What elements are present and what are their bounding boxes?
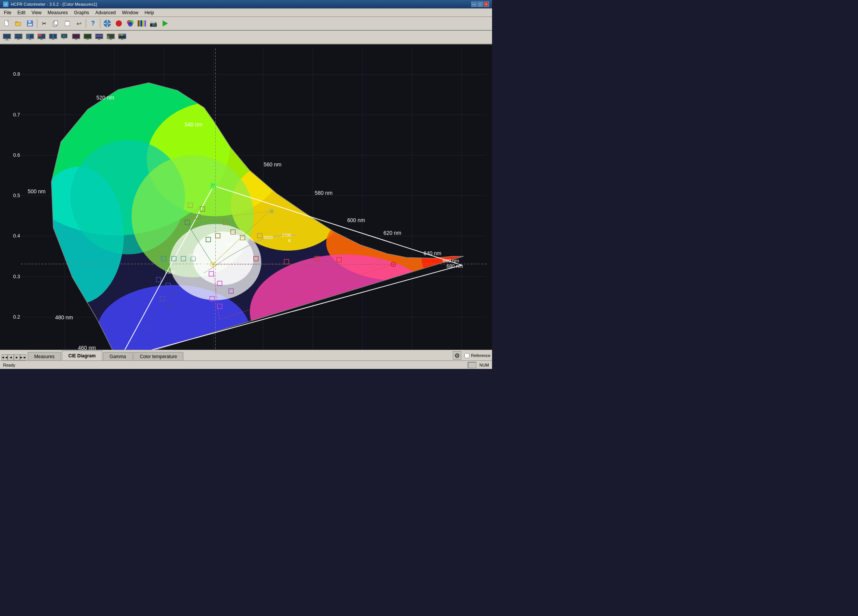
btn-open[interactable] <box>13 18 24 29</box>
tab-nav-last[interactable]: ►► <box>20 354 26 360</box>
close-btn[interactable]: × <box>484 2 489 7</box>
tab-nav-prev[interactable]: ◄ <box>8 354 14 360</box>
svg-text:660 nm: 660 nm <box>442 258 459 264</box>
btn-measure-config[interactable] <box>102 18 113 29</box>
svg-text:600 nm: 600 nm <box>347 217 365 223</box>
btn-new[interactable] <box>2 18 12 29</box>
svg-rect-69 <box>121 34 123 36</box>
svg-rect-29 <box>6 39 8 40</box>
btn-display-6[interactable] <box>71 32 81 43</box>
btn-display-8[interactable] <box>94 32 105 43</box>
tab-gamma[interactable]: Gamma <box>103 352 133 360</box>
btn-play[interactable] <box>160 18 170 29</box>
btn-display-2[interactable] <box>13 32 24 43</box>
btn-display-1[interactable] <box>2 32 12 43</box>
btn-color-bars[interactable] <box>136 18 147 29</box>
tab-bar: ◄◄ ◄ ► ►► Measures CIE Diagram Gamma Col… <box>0 350 492 360</box>
btn-help[interactable]: ? <box>88 18 98 29</box>
menu-help[interactable]: Help <box>141 8 157 17</box>
svg-text:0.8: 0.8 <box>13 71 20 77</box>
btn-display-5[interactable] <box>48 32 58 43</box>
menu-graphs[interactable]: Graphs <box>71 8 92 17</box>
svg-point-16 <box>116 20 122 27</box>
btn-multi-measure[interactable] <box>125 18 136 29</box>
svg-rect-4 <box>28 21 31 23</box>
svg-rect-41 <box>38 34 42 37</box>
reference-checkbox[interactable] <box>464 353 469 358</box>
btn-cut[interactable]: ✂ <box>39 18 50 29</box>
svg-text:5500: 5500 <box>189 253 198 258</box>
menu-window[interactable]: Window <box>119 8 141 17</box>
svg-rect-56 <box>86 39 89 40</box>
svg-rect-23 <box>142 20 144 27</box>
status-bar: Ready NUM <box>0 360 492 369</box>
btn-display-4[interactable] <box>36 32 47 43</box>
btn-copy[interactable] <box>50 18 61 29</box>
svg-rect-30 <box>5 40 9 41</box>
svg-rect-34 <box>17 39 20 40</box>
svg-rect-28 <box>3 34 10 38</box>
menu-edit[interactable]: Edit <box>14 8 28 17</box>
btn-display-9[interactable] <box>105 32 116 43</box>
btn-undo[interactable]: ↩ <box>73 18 84 29</box>
svg-text:540 nm: 540 nm <box>185 121 202 128</box>
btn-paste[interactable] <box>62 18 73 29</box>
svg-rect-146 <box>270 209 274 213</box>
svg-text:A: A <box>288 238 291 243</box>
svg-rect-55 <box>84 34 91 38</box>
svg-rect-61 <box>98 39 100 40</box>
svg-rect-7 <box>54 21 58 25</box>
svg-text:0.4: 0.4 <box>13 233 20 239</box>
toolbar-main: ✂ ↩ ? <box>0 17 492 31</box>
tab-nav-first[interactable]: ◄◄ <box>2 354 8 360</box>
svg-rect-21 <box>139 20 141 27</box>
svg-text:480 nm: 480 nm <box>55 314 73 320</box>
btn-display-7[interactable] <box>82 32 93 43</box>
tab-nav-next[interactable]: ► <box>14 354 20 360</box>
svg-rect-68 <box>119 34 121 36</box>
sep3 <box>100 19 100 28</box>
btn-display-3[interactable] <box>25 32 35 43</box>
svg-text:580 nm: 580 nm <box>315 190 333 196</box>
svg-rect-9 <box>65 22 70 26</box>
svg-text:640 nm: 640 nm <box>424 250 441 256</box>
minimize-btn[interactable]: — <box>471 2 477 7</box>
svg-text:0.5: 0.5 <box>13 193 20 198</box>
svg-text:520 nm: 520 nm <box>96 95 114 101</box>
menu-view[interactable]: View <box>28 8 45 17</box>
main-content: 9300 5500 D65 C B 4000 3000 2700 A 520 n… <box>0 45 492 369</box>
settings-icon[interactable]: ⚙ <box>453 351 461 360</box>
tab-cie-diagram[interactable]: CIE Diagram <box>62 350 102 360</box>
svg-rect-2 <box>15 22 18 23</box>
menu-measures[interactable]: Measures <box>45 8 71 17</box>
btn-camera[interactable]: 📷 <box>148 18 159 29</box>
svg-text:0.2: 0.2 <box>13 314 20 320</box>
svg-rect-22 <box>141 20 142 27</box>
svg-text:500 nm: 500 nm <box>28 188 45 194</box>
svg-rect-144 <box>211 184 215 188</box>
svg-rect-46 <box>52 39 54 40</box>
menu-advanced[interactable]: Advanced <box>92 8 119 17</box>
maximize-btn[interactable]: □ <box>477 2 483 7</box>
svg-rect-37 <box>27 34 30 38</box>
svg-rect-70 <box>123 34 126 36</box>
tab-color-temp[interactable]: Color temperature <box>133 352 184 360</box>
title-bar: H HCFR Colorimeter - 3.5.2 - [Color Meas… <box>0 0 492 8</box>
svg-point-19 <box>128 22 133 27</box>
svg-point-11 <box>105 22 109 25</box>
btn-red-measure[interactable] <box>113 18 124 29</box>
status-text: Ready <box>3 363 15 367</box>
menu-file[interactable]: File <box>1 8 14 17</box>
title-text: HCFR Colorimeter - 3.5.2 - [Color Measur… <box>11 2 97 7</box>
svg-text:D65: D65 <box>199 262 207 266</box>
btn-display-10[interactable] <box>117 32 128 43</box>
svg-rect-53 <box>75 39 77 40</box>
svg-rect-5 <box>28 24 32 26</box>
btn-play-display[interactable] <box>59 32 70 43</box>
tab-measures[interactable]: Measures <box>28 352 61 360</box>
btn-save[interactable] <box>25 18 35 29</box>
toolbar-display <box>0 31 492 45</box>
cie-diagram: 9300 5500 D65 C B 4000 3000 2700 A 520 n… <box>0 45 492 369</box>
svg-text:4000: 4000 <box>225 242 234 246</box>
app-icon: H <box>3 2 8 7</box>
